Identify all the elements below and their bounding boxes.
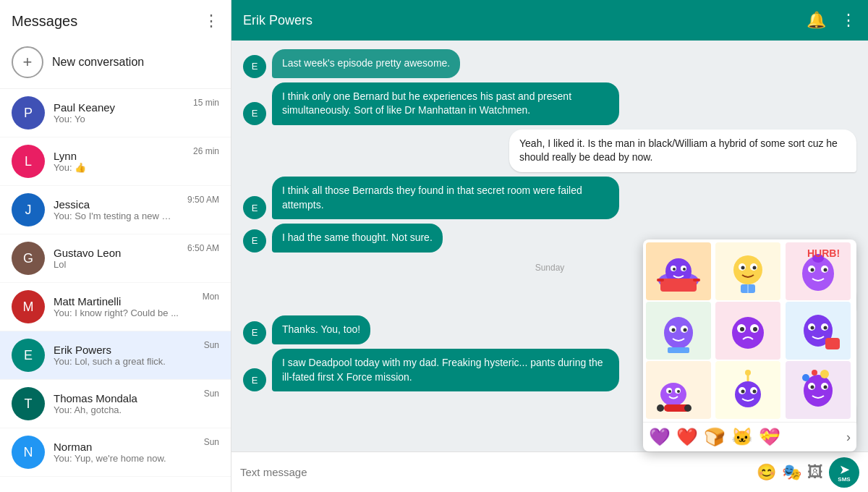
svg-point-44 [677,390,680,393]
svg-point-4 [673,268,676,271]
conv-preview: You: I know right? Could be ... [54,308,194,318]
svg-rect-6 [660,279,697,292]
svg-point-27 [684,328,687,331]
svg-point-33 [753,327,757,331]
sticker-button[interactable]: 🎭 [782,463,801,482]
chat-contact-name: Erik Powers [243,13,792,28]
svg-point-61 [812,370,817,376]
conversation-item-gustavo[interactable]: G Gustavo Leon Lol 6:50 AM [0,234,231,283]
svg-point-23 [664,317,693,349]
svg-point-19 [810,268,814,271]
avatar: G [12,242,45,275]
conversation-item-norman[interactable]: N Norman You: Yup, we're home now. Sun [0,428,231,477]
sidebar: Messages ⋮ + New conversation P Paul Kea… [0,0,231,492]
svg-point-46 [657,404,664,412]
svg-point-12 [741,266,745,269]
avatar: E [12,339,45,372]
new-conv-icon: + [12,46,43,78]
svg-point-29 [732,317,764,349]
notification-icon[interactable]: 🔔 [807,11,826,30]
msg-avatar: E [243,368,266,391]
sticker-arrow[interactable]: › [846,430,851,445]
conv-time: Sun [204,340,219,350]
svg-point-52 [753,389,757,393]
sticker-cell-4[interactable] [715,302,780,360]
avatar: L [12,145,45,178]
conv-name: Paul Keaney [54,101,184,114]
svg-point-32 [740,327,744,331]
message-row: E Last week's episode pretty awesome. [243,49,856,78]
mini-sticker-0[interactable]: 💜 [649,427,671,447]
mini-sticker-4[interactable]: 💝 [759,427,780,447]
chat-more-icon[interactable]: ⋮ [841,11,856,30]
conv-info: Erik Powers You: Lol, such a great flick… [54,344,195,367]
sticker-panel: HURB! 💜❤️🍞🐱💝› [643,239,856,451]
new-conversation-button[interactable]: + New conversation [0,36,231,89]
svg-point-26 [672,328,676,331]
message-bubble: I had the same thought. Not sure. [272,224,443,253]
svg-point-62 [820,370,829,378]
avatar: M [12,290,45,323]
conv-name: Thomas Mondala [54,392,195,404]
conversation-item-erik[interactable]: E Erik Powers You: Lol, such a great fli… [0,331,231,380]
image-button[interactable]: 🖼 [807,463,823,482]
conversation-item-thomas[interactable]: T Thomas Mondala You: Ah, gotcha. Sun [0,380,231,428]
msg-avatar: E [243,102,266,125]
sticker-cell-5[interactable] [786,302,851,360]
message-bubble: I think all those Bernards they found in… [272,177,619,219]
svg-point-5 [683,268,686,271]
sidebar-title: Messages [12,13,77,30]
avatar: J [12,193,45,226]
conversation-item-jessica[interactable]: J Jessica You: So I'm testing a new me..… [0,186,231,234]
emoji-button[interactable]: 😊 [757,463,776,482]
conv-preview: You: Lol, such a great flick. [54,356,195,367]
conv-time: 6:50 AM [187,243,219,253]
svg-rect-7 [657,279,664,281]
sticker-cell-3[interactable] [646,302,711,360]
mini-sticker-2[interactable]: 🍞 [704,427,726,447]
svg-point-47 [684,404,692,412]
message-row: Yeah, I liked it. Is the man in black/Wi… [243,130,856,172]
svg-point-38 [823,326,827,329]
conv-name: Norman [54,441,195,453]
send-button[interactable]: ➤ SMS [829,457,859,488]
message-bubble: Last week's episode pretty awesome. [272,49,460,78]
avatar: N [12,436,45,469]
sticker-cell-7[interactable] [715,361,780,419]
sticker-cell-8[interactable] [786,361,851,419]
msg-avatar: E [243,229,266,253]
chat-header: Erik Powers 🔔 ⋮ [231,0,868,41]
conv-time: Sun [204,437,219,447]
mini-sticker-1[interactable]: ❤️ [676,427,698,447]
conv-preview: You: 👍 [54,162,184,173]
conversation-item-paul[interactable]: P Paul Keaney You: Yo 15 min [0,89,231,137]
conv-info: Paul Keaney You: Yo [54,101,184,124]
message-row: E I think only one Bernard but he experi… [243,82,856,125]
sticker-cell-1[interactable] [715,242,780,300]
conv-time: 26 min [193,146,219,156]
conv-time: 15 min [193,98,219,108]
svg-point-43 [668,390,671,393]
sticker-row-bottom: 💜❤️🍞🐱💝› [643,422,856,451]
conv-info: Lynn You: 👍 [54,150,184,173]
sidebar-header: Messages ⋮ [0,0,231,36]
sticker-cell-2[interactable]: HURB! [786,242,851,300]
conversation-item-matt[interactable]: M Matt Martinelli You: I know right? Cou… [0,283,231,331]
conv-preview: You: So I'm testing a new me... [54,211,179,221]
svg-point-9 [733,255,762,284]
message-row: E I think all those Bernards they found … [243,177,856,219]
send-sms-label: SMS [838,476,850,483]
svg-rect-39 [825,338,840,349]
sticker-cell-0[interactable] [646,242,711,300]
new-conversation-label: New conversation [52,56,144,69]
sticker-cell-6[interactable] [646,361,711,419]
mini-sticker-3[interactable]: 🐱 [731,427,753,447]
message-bubble: I think only one Bernard but he experien… [272,82,619,125]
conv-preview: You: Yo [54,114,184,124]
conversation-item-lynn[interactable]: L Lynn You: 👍 26 min [0,137,231,186]
sidebar-more-icon[interactable]: ⋮ [203,12,219,30]
svg-rect-8 [693,279,700,281]
input-bar: 😊 🎭 🖼 ➤ SMS [231,451,868,492]
text-message-input[interactable] [240,466,751,478]
message-bubble: I saw Deadpool today with my dad. Freaki… [272,349,619,391]
